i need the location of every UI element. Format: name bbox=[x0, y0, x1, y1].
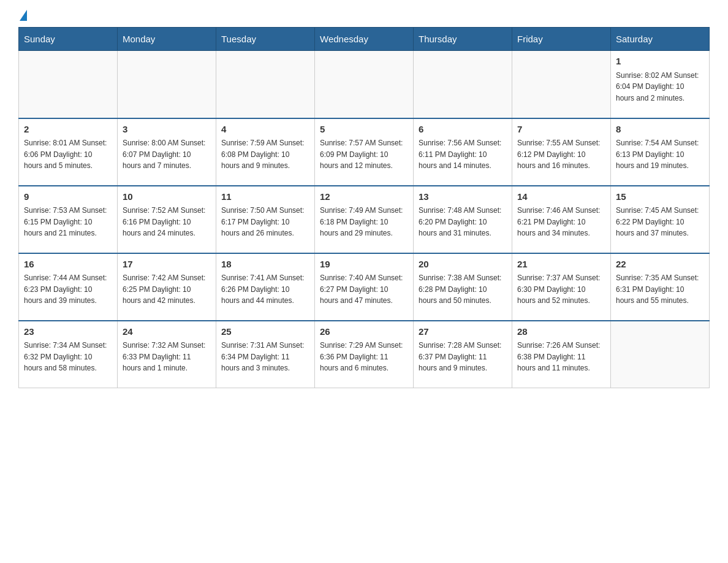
calendar-cell bbox=[414, 51, 512, 118]
day-number: 28 bbox=[517, 325, 605, 339]
day-number: 22 bbox=[616, 258, 704, 272]
day-number: 12 bbox=[320, 190, 408, 204]
day-info: Sunrise: 8:00 AM Sunset: 6:07 PM Dayligh… bbox=[123, 137, 211, 172]
day-header-wednesday: Wednesday bbox=[315, 28, 414, 51]
calendar-cell bbox=[611, 321, 710, 388]
day-info: Sunrise: 7:50 AM Sunset: 6:17 PM Dayligh… bbox=[221, 205, 309, 239]
day-info: Sunrise: 7:42 AM Sunset: 6:25 PM Dayligh… bbox=[123, 272, 211, 307]
day-number: 21 bbox=[517, 258, 605, 272]
days-header-row: SundayMondayTuesdayWednesdayThursdayFrid… bbox=[19, 28, 710, 51]
calendar-cell: 9Sunrise: 7:53 AM Sunset: 6:15 PM Daylig… bbox=[19, 186, 118, 253]
day-info: Sunrise: 7:37 AM Sunset: 6:30 PM Dayligh… bbox=[517, 272, 605, 307]
calendar-cell: 21Sunrise: 7:37 AM Sunset: 6:30 PM Dayli… bbox=[512, 253, 611, 321]
day-info: Sunrise: 7:40 AM Sunset: 6:27 PM Dayligh… bbox=[320, 272, 408, 307]
calendar-cell: 11Sunrise: 7:50 AM Sunset: 6:17 PM Dayli… bbox=[216, 186, 315, 253]
day-info: Sunrise: 8:02 AM Sunset: 6:04 PM Dayligh… bbox=[616, 70, 704, 104]
logo-triangle-icon bbox=[20, 10, 27, 21]
day-number: 10 bbox=[123, 190, 211, 204]
calendar-cell: 19Sunrise: 7:40 AM Sunset: 6:27 PM Dayli… bbox=[315, 253, 414, 321]
week-row-4: 16Sunrise: 7:44 AM Sunset: 6:23 PM Dayli… bbox=[19, 253, 710, 321]
logo bbox=[18, 12, 27, 21]
day-number: 5 bbox=[320, 123, 408, 137]
day-info: Sunrise: 7:26 AM Sunset: 6:38 PM Dayligh… bbox=[517, 340, 605, 374]
calendar-cell: 15Sunrise: 7:45 AM Sunset: 6:22 PM Dayli… bbox=[611, 186, 710, 253]
day-header-tuesday: Tuesday bbox=[216, 28, 315, 51]
calendar-cell: 1Sunrise: 8:02 AM Sunset: 6:04 PM Daylig… bbox=[611, 51, 710, 118]
calendar-cell: 16Sunrise: 7:44 AM Sunset: 6:23 PM Dayli… bbox=[19, 253, 118, 321]
calendar-cell: 4Sunrise: 7:59 AM Sunset: 6:08 PM Daylig… bbox=[216, 118, 315, 186]
day-header-sunday: Sunday bbox=[19, 28, 118, 51]
day-info: Sunrise: 7:46 AM Sunset: 6:21 PM Dayligh… bbox=[517, 205, 605, 239]
day-number: 26 bbox=[320, 325, 408, 339]
page-header bbox=[18, 12, 710, 21]
day-number: 2 bbox=[24, 123, 112, 137]
day-number: 3 bbox=[123, 123, 211, 137]
calendar-cell: 12Sunrise: 7:49 AM Sunset: 6:18 PM Dayli… bbox=[315, 186, 414, 253]
day-info: Sunrise: 7:38 AM Sunset: 6:28 PM Dayligh… bbox=[419, 272, 507, 307]
week-row-3: 9Sunrise: 7:53 AM Sunset: 6:15 PM Daylig… bbox=[19, 186, 710, 253]
day-info: Sunrise: 7:44 AM Sunset: 6:23 PM Dayligh… bbox=[24, 272, 112, 307]
day-info: Sunrise: 7:55 AM Sunset: 6:12 PM Dayligh… bbox=[517, 137, 605, 172]
week-row-5: 23Sunrise: 7:34 AM Sunset: 6:32 PM Dayli… bbox=[19, 321, 710, 388]
day-number: 24 bbox=[123, 325, 211, 339]
day-info: Sunrise: 7:59 AM Sunset: 6:08 PM Dayligh… bbox=[221, 137, 309, 172]
calendar-cell bbox=[512, 51, 611, 118]
calendar-cell: 23Sunrise: 7:34 AM Sunset: 6:32 PM Dayli… bbox=[19, 321, 118, 388]
calendar-cell bbox=[19, 51, 118, 118]
day-info: Sunrise: 7:54 AM Sunset: 6:13 PM Dayligh… bbox=[616, 137, 704, 172]
day-number: 1 bbox=[616, 55, 704, 69]
calendar-cell: 18Sunrise: 7:41 AM Sunset: 6:26 PM Dayli… bbox=[216, 253, 315, 321]
day-info: Sunrise: 7:35 AM Sunset: 6:31 PM Dayligh… bbox=[616, 272, 704, 307]
calendar-cell: 7Sunrise: 7:55 AM Sunset: 6:12 PM Daylig… bbox=[512, 118, 611, 186]
day-info: Sunrise: 7:31 AM Sunset: 6:34 PM Dayligh… bbox=[221, 340, 309, 374]
day-header-saturday: Saturday bbox=[611, 28, 710, 51]
day-number: 18 bbox=[221, 258, 309, 272]
calendar-cell: 25Sunrise: 7:31 AM Sunset: 6:34 PM Dayli… bbox=[216, 321, 315, 388]
day-number: 25 bbox=[221, 325, 309, 339]
day-number: 23 bbox=[24, 325, 112, 339]
calendar-cell: 6Sunrise: 7:56 AM Sunset: 6:11 PM Daylig… bbox=[414, 118, 512, 186]
day-info: Sunrise: 7:52 AM Sunset: 6:16 PM Dayligh… bbox=[123, 205, 211, 239]
day-header-thursday: Thursday bbox=[414, 28, 512, 51]
day-number: 20 bbox=[419, 258, 507, 272]
calendar-cell: 17Sunrise: 7:42 AM Sunset: 6:25 PM Dayli… bbox=[118, 253, 216, 321]
day-number: 17 bbox=[123, 258, 211, 272]
calendar-cell: 24Sunrise: 7:32 AM Sunset: 6:33 PM Dayli… bbox=[118, 321, 216, 388]
day-info: Sunrise: 7:29 AM Sunset: 6:36 PM Dayligh… bbox=[320, 340, 408, 374]
day-info: Sunrise: 7:53 AM Sunset: 6:15 PM Dayligh… bbox=[24, 205, 112, 239]
day-number: 27 bbox=[419, 325, 507, 339]
calendar-cell bbox=[216, 51, 315, 118]
day-info: Sunrise: 7:34 AM Sunset: 6:32 PM Dayligh… bbox=[24, 340, 112, 374]
day-number: 7 bbox=[517, 123, 605, 137]
calendar-cell: 20Sunrise: 7:38 AM Sunset: 6:28 PM Dayli… bbox=[414, 253, 512, 321]
day-info: Sunrise: 8:01 AM Sunset: 6:06 PM Dayligh… bbox=[24, 137, 112, 172]
calendar-cell: 28Sunrise: 7:26 AM Sunset: 6:38 PM Dayli… bbox=[512, 321, 611, 388]
calendar-cell: 8Sunrise: 7:54 AM Sunset: 6:13 PM Daylig… bbox=[611, 118, 710, 186]
day-header-monday: Monday bbox=[118, 28, 216, 51]
week-row-2: 2Sunrise: 8:01 AM Sunset: 6:06 PM Daylig… bbox=[19, 118, 710, 186]
calendar-cell: 27Sunrise: 7:28 AM Sunset: 6:37 PM Dayli… bbox=[414, 321, 512, 388]
day-info: Sunrise: 7:41 AM Sunset: 6:26 PM Dayligh… bbox=[221, 272, 309, 307]
day-info: Sunrise: 7:28 AM Sunset: 6:37 PM Dayligh… bbox=[419, 340, 507, 374]
calendar-cell: 26Sunrise: 7:29 AM Sunset: 6:36 PM Dayli… bbox=[315, 321, 414, 388]
calendar-table: SundayMondayTuesdayWednesdayThursdayFrid… bbox=[18, 27, 710, 388]
day-info: Sunrise: 7:57 AM Sunset: 6:09 PM Dayligh… bbox=[320, 137, 408, 172]
day-number: 15 bbox=[616, 190, 704, 204]
day-number: 4 bbox=[221, 123, 309, 137]
calendar-cell: 5Sunrise: 7:57 AM Sunset: 6:09 PM Daylig… bbox=[315, 118, 414, 186]
day-info: Sunrise: 7:32 AM Sunset: 6:33 PM Dayligh… bbox=[123, 340, 211, 374]
day-info: Sunrise: 7:49 AM Sunset: 6:18 PM Dayligh… bbox=[320, 205, 408, 239]
day-number: 19 bbox=[320, 258, 408, 272]
day-number: 9 bbox=[24, 190, 112, 204]
calendar-cell: 14Sunrise: 7:46 AM Sunset: 6:21 PM Dayli… bbox=[512, 186, 611, 253]
calendar-cell bbox=[118, 51, 216, 118]
day-number: 6 bbox=[419, 123, 507, 137]
week-row-1: 1Sunrise: 8:02 AM Sunset: 6:04 PM Daylig… bbox=[19, 51, 710, 118]
day-info: Sunrise: 7:48 AM Sunset: 6:20 PM Dayligh… bbox=[419, 205, 507, 239]
day-info: Sunrise: 7:56 AM Sunset: 6:11 PM Dayligh… bbox=[419, 137, 507, 172]
calendar-cell: 2Sunrise: 8:01 AM Sunset: 6:06 PM Daylig… bbox=[19, 118, 118, 186]
day-number: 16 bbox=[24, 258, 112, 272]
calendar-cell: 3Sunrise: 8:00 AM Sunset: 6:07 PM Daylig… bbox=[118, 118, 216, 186]
day-number: 13 bbox=[419, 190, 507, 204]
day-number: 11 bbox=[221, 190, 309, 204]
